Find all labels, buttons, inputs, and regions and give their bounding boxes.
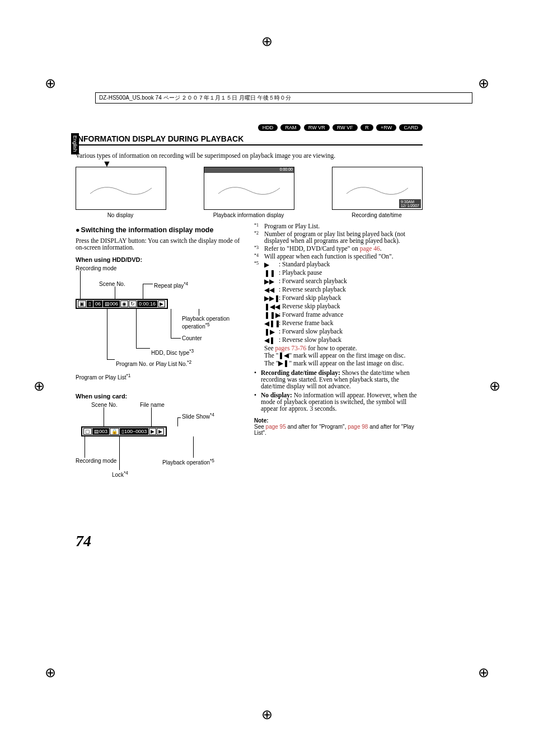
fn-icon-block: ▶: Standard playback ❚❚: Playback pause … [264, 261, 423, 367]
fwd-search-icon: ▶▶ [264, 278, 279, 285]
seg-counter: 0:00:16 [137, 300, 157, 307]
note-heading: Note: [254, 417, 423, 424]
lbl-recmode: Recording mode [76, 265, 116, 271]
page-link[interactable]: page 98 [348, 424, 368, 430]
page-link[interactable]: page 46 [360, 245, 380, 252]
screen-image-placeholder [204, 167, 294, 209]
seg-scene: ▤006 [103, 300, 120, 307]
lbl-slideshow: Slide Show*4 [182, 412, 214, 420]
seg-play-icon: ▶ [158, 300, 165, 307]
when-heading-dvd: When using HDD/DVD: [76, 256, 244, 263]
seg-scene: ▤003 [92, 428, 109, 435]
screen-caption: Recording date/time [332, 212, 421, 218]
when-heading-card: When using card: [76, 393, 244, 400]
language-tab: English [71, 133, 79, 154]
badge-rwvf: RW VF [332, 124, 358, 131]
footnote-list: *1 Program or Play List. *2Number of pro… [254, 223, 423, 367]
print-mark-icon: ⊕ [34, 378, 45, 394]
lbl-filename: File name [140, 402, 165, 408]
card-diagram: Scene No. File name Slide Show*4 ▢ ▤003 … [76, 402, 244, 486]
media-badges: HDD RAM RW VR RW VF R +RW CARD [76, 123, 423, 131]
lbl-lock: Lock*4 [112, 470, 128, 478]
rev-search-icon: ◀◀ [264, 286, 279, 294]
lbl-recmode: Recording mode [76, 458, 116, 464]
pause-icon: ❚❚ [264, 269, 279, 277]
print-mark-icon: ⊕ [261, 34, 273, 49]
lbl-playback-op: Playback operationoperation*5 [182, 316, 229, 330]
badge-card: CARD [399, 124, 423, 131]
screen-caption: Playback information display [204, 212, 293, 218]
rev-frame-icon: ◀❚❚ [264, 320, 279, 327]
seg-repeat-icon: ↻ [129, 300, 137, 307]
subheading: Switching the information display mode [76, 226, 244, 234]
lbl-sceneno: Scene No. [91, 402, 118, 408]
seg-play-icon: ▶ [157, 428, 164, 435]
screen-playback-info: 0:00:00 [204, 167, 294, 210]
screen-rec-datetime: 9:30AM 12/ 1/2007 [332, 167, 423, 210]
seg-prog: 06 [93, 300, 102, 307]
seg-slide-icon: ▶ [149, 428, 156, 435]
fn-sup: *2 [254, 231, 264, 244]
print-mark-icon: ⊕ [478, 665, 489, 680]
lbl-progplay: Program or Play List*1 [76, 373, 130, 381]
seg-lock-icon: 🔒 [110, 428, 119, 435]
rec-datetime-overlay: 9:30AM 12/ 1/2007 [399, 199, 421, 208]
seg-card-icon: ▢ [83, 428, 92, 435]
print-mark-icon: ⊕ [45, 76, 56, 91]
fn-text: Will appear when each function is specif… [264, 253, 423, 260]
section-title: INFORMATION DISPLAY DURING PLAYBACK [76, 134, 423, 145]
fwd-slow-icon: ❚▶ [264, 328, 279, 336]
header-text: DZ-HS500A_US.book 74 ページ ２００７年１月１５日 月曜日 … [99, 94, 291, 102]
dvd-display-bar: ▣ ▯ 06 ▤006 ◉ ↻ 0:00:16 ▶ [76, 299, 168, 309]
lbl-repeat: Repeat play*4 [154, 281, 188, 289]
print-mark-icon: ⊕ [45, 665, 56, 680]
screen-row: ▼ No display 0:00:00 Playback informatio… [76, 167, 423, 218]
badge-rwvr: RW VR [304, 124, 330, 131]
fn-sup: *1 [254, 223, 264, 229]
fn-sup: *4 [254, 253, 264, 260]
bullet-no-display: No display: No information will appear. … [254, 392, 423, 412]
bullet-rec-date: Recording date/time display: Shows the d… [254, 369, 423, 389]
fn-text: Refer to "HDD, DVD/Card type" on page 46… [264, 245, 423, 252]
screen-caption: No display [76, 212, 165, 218]
fwd-skip-icon: ▶▶❚ [264, 294, 279, 302]
badge-r: R [360, 124, 373, 131]
note-text: See page 95 and after for "Program", pag… [254, 424, 423, 436]
lbl-progno: Program No. or Play List No.*2 [116, 359, 191, 367]
lbl-playback-op: Playback operation*5 [162, 458, 214, 466]
seg-file: ▯100−0003 [120, 428, 148, 435]
fn-sup: *5 [254, 261, 264, 367]
rev-skip-icon: ❚◀◀ [264, 303, 279, 311]
page-number: 74 [76, 532, 91, 550]
play-icon: ▶ [264, 261, 279, 269]
fn-text: Program or Play List. [264, 223, 423, 229]
page-header-bar: DZ-HS500A_US.book 74 ページ ２００７年１月１５日 月曜日 … [95, 92, 472, 104]
screen-image-placeholder [76, 167, 166, 209]
rev-slow-icon: ◀❚ [264, 336, 279, 344]
fn-text: Number of program or play list being pla… [264, 231, 423, 244]
subhead-body: Press the DISPLAY button: You can switch… [76, 237, 244, 251]
seg-icon: ▣ [78, 300, 86, 307]
lbl-counter: Counter [182, 335, 202, 341]
card-display-bar: ▢ ▤003 🔒 ▯100−0003 ▶ ▶ [81, 426, 167, 436]
screen-no-display [76, 167, 166, 210]
dvd-diagram: Recording mode Scene No. Repeat play*4 ▣… [76, 265, 244, 388]
page-link[interactable]: page 95 [266, 424, 286, 430]
fn-sup: *3 [254, 245, 264, 252]
badge-plusrw: +RW [376, 124, 396, 131]
seg-mode: ▯ [87, 300, 93, 307]
lbl-disctype: HDD, Disc type*3 [151, 348, 194, 356]
seg-disc-icon: ◉ [120, 300, 128, 307]
lbl-sceneno: Scene No. [99, 281, 125, 287]
fwd-frame-icon: ❚❚▶ [264, 311, 279, 319]
print-mark-icon: ⊕ [478, 76, 489, 91]
print-mark-icon: ⊕ [489, 378, 500, 394]
page-link[interactable]: pages 73-76 [275, 345, 306, 351]
badge-hdd: HDD [258, 124, 278, 131]
intro-text: Various types of information on recordin… [76, 152, 423, 159]
print-mark-icon: ⊕ [261, 707, 273, 722]
badge-ram: RAM [280, 124, 301, 131]
